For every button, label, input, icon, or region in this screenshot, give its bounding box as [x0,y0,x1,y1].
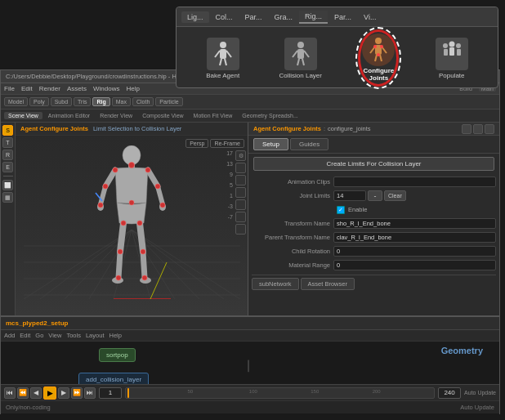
net-menu-add[interactable]: Add [4,332,15,339]
svg-line-3 [226,51,231,57]
shelf-tab-subd[interactable]: Subd [51,97,72,106]
lt-rotate-btn[interactable]: R [2,150,13,160]
pb-fwd-btn[interactable]: ▶ [58,387,69,399]
bake-agent-button[interactable]: Bake Agent [203,34,243,83]
net-menu-help[interactable]: Help [109,332,121,339]
tab-lig[interactable]: Lig... [181,11,209,23]
shelf-tab-rig[interactable]: Rig [92,97,109,106]
frame-input[interactable] [99,387,122,399]
create-limits-btn[interactable]: Create Limits For Collision Layer [253,157,494,171]
shelf-tab-model[interactable]: Model [4,97,28,106]
menu-assets[interactable]: Assets [67,85,87,92]
rt-btn-6[interactable] [235,212,246,222]
pb-prev-btn[interactable]: ⏪ [17,387,29,399]
toolbar-tab-row: Lig... Col... Par... Gra... Rig... Par..… [177,7,498,27]
param-icon-1[interactable] [462,124,471,134]
rt-btn-7[interactable] [235,224,246,235]
lt-move-btn[interactable]: T [2,137,13,148]
tab-gra[interactable]: Gra... [269,11,299,23]
param-row-material-range: Material Range [252,259,496,271]
end-frame-input[interactable] [438,387,461,399]
node-add-collision-label: add_collision_layer [86,376,141,383]
shelf-tab-tris[interactable]: Tris [74,97,91,106]
sub-tab-subnetwork[interactable]: subNetwork [252,278,299,290]
param-icon-3[interactable] [485,124,494,134]
param-panel-icons [462,124,494,134]
rt-btn-4[interactable] [235,187,246,198]
net-menu-view[interactable]: View [48,332,61,339]
collision-layer-button[interactable]: Collision Layer [276,34,325,83]
collision-layer-label: Collision Layer [279,72,322,79]
shelf-tab-particle[interactable]: Particle [155,97,182,106]
rt-btn-3[interactable] [235,175,246,185]
timeline-label-150: 150 [311,389,319,394]
lt-scale-btn[interactable]: E [2,162,13,172]
param-tab-setup[interactable]: Setup [253,138,288,150]
param-tab-row: Setup Guides [248,136,499,154]
param-input-parent-transform[interactable] [333,232,496,243]
shelf-tab-poly[interactable]: Poly [29,97,49,106]
svg-line-10 [297,59,299,65]
param-icon-2[interactable] [473,124,483,134]
pb-start-btn[interactable]: ⏮ [4,387,16,399]
tab-col[interactable]: Col... [210,11,239,23]
param-input-joint-limits[interactable] [333,190,366,201]
param-input-anim-clips[interactable] [333,176,496,187]
net-menu-go[interactable]: Go [35,332,43,339]
menu-windows[interactable]: Windows [93,85,119,92]
svg-point-60 [141,249,145,254]
sub-tab-asset-browser[interactable]: Asset Browser [301,278,355,290]
net-menu-edit[interactable]: Edit [20,332,30,339]
rt-btn-2[interactable] [235,163,246,173]
auto-update-label: Auto Update [464,390,496,395]
timeline-track[interactable]: 50 100 150 200 [125,387,435,399]
shelf-tab-cloth[interactable]: Cloth [132,97,154,106]
pb-play-btn[interactable]: ▶ [43,386,56,400]
lt-box-btn[interactable]: ⬜ [2,180,13,190]
svg-point-55 [160,203,165,208]
view-tab-motion[interactable]: Motion Fit View [190,112,237,119]
view-tab-composite[interactable]: Composite View [138,112,187,119]
persp-btn[interactable]: Persp [185,139,208,148]
status-right: Auto Update [460,404,494,411]
param-row-child-rotation: Child Rotation [252,245,496,257]
view-tab-anim[interactable]: Animation Editor [44,112,94,119]
rt-btn-1[interactable]: ⚙ [235,150,246,161]
populate-button[interactable]: Populate [432,34,471,83]
menu-file[interactable]: File [4,85,15,92]
menu-render[interactable]: Render [39,85,60,92]
pb-next-btn[interactable]: ⏩ [71,387,83,399]
node-sortpop[interactable]: sortpop [99,348,136,362]
param-input-transform[interactable] [333,218,496,229]
pb-back-btn[interactable]: ◀ [30,387,42,399]
character-svg [91,145,172,288]
left-toolbar-strip: S T R E ⬜ ▦ [1,123,16,315]
pb-end-btn[interactable]: ⏭ [84,387,96,399]
net-menu-layout[interactable]: Layout [86,332,105,339]
enable-checkbox[interactable]: ✓ [337,206,345,214]
joint-limits-minus-btn[interactable]: - [368,190,382,201]
param-panel-title: Agent Configure Joints [253,125,321,132]
view-tab-scene[interactable]: Scene View [4,112,42,119]
lt-select-btn[interactable]: S [2,125,13,136]
configure-joints-button[interactable]: ConfigureJoints [358,29,399,87]
param-tab-guides[interactable]: Guides [290,138,328,150]
shelf-tab-max[interactable]: Max [112,97,131,106]
tab-vis[interactable]: Vi... [358,11,382,23]
param-panel-colon: : [324,125,325,132]
view-tab-geo[interactable]: Geometry Spreadsh... [238,112,302,119]
param-input-material-range[interactable] [333,260,496,270]
net-menu-tools[interactable]: Tools [66,332,81,339]
view-tab-render[interactable]: Render View [96,112,136,119]
menu-help[interactable]: Help [126,85,139,92]
joint-limits-clear-btn[interactable]: Clear [384,190,406,201]
rt-btn-5[interactable] [235,199,246,210]
tab-par1[interactable]: Par... [239,11,268,23]
lt-wire-btn[interactable]: ▦ [2,192,13,203]
menu-edit[interactable]: Edit [21,85,33,92]
tab-rig[interactable]: Rig... [299,11,328,24]
viewport-3d-panel: Agent Configure Joints Limit Selection t… [16,123,248,315]
tab-par2[interactable]: Par... [328,11,357,23]
param-input-child-rotation[interactable] [333,246,496,257]
reframe-btn[interactable]: Re-Frame [210,139,244,148]
